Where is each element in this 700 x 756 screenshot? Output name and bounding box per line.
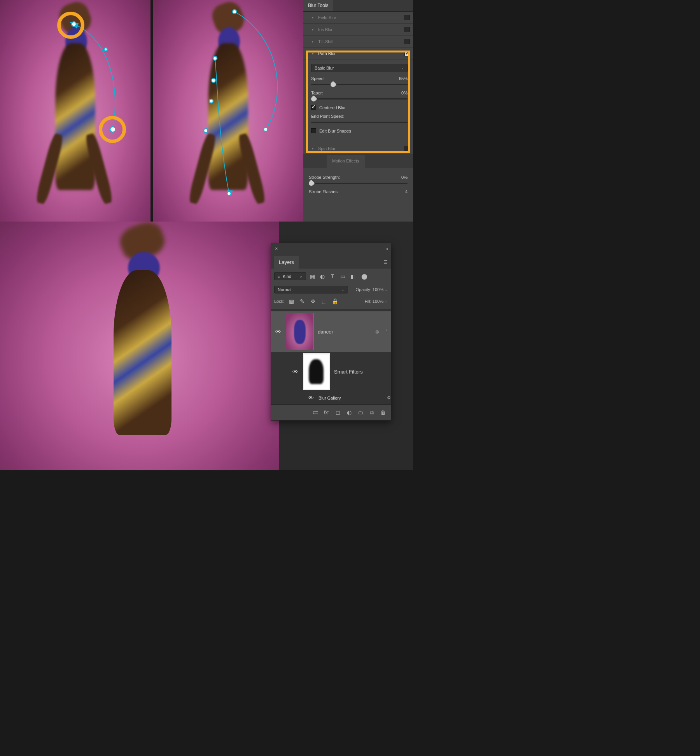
- lock-paint-icon[interactable]: ✎: [298, 297, 306, 305]
- layer-filter-kind-select[interactable]: ⌕ Kind ⌄: [274, 272, 306, 280]
- speed-label: Speed:: [311, 76, 325, 81]
- fill-value[interactable]: 100%: [373, 299, 383, 304]
- canvas-result[interactable]: [0, 222, 279, 470]
- edit-blur-shapes-label: Edit Blur Shapes: [319, 129, 351, 133]
- close-icon[interactable]: ×: [275, 246, 278, 251]
- svg-point-1: [110, 127, 116, 132]
- svg-point-9: [204, 129, 208, 133]
- layer-name[interactable]: dancer: [318, 329, 333, 335]
- visibility-eye-icon[interactable]: 👁: [274, 328, 282, 335]
- blur-gallery-label: Blur Gallery: [318, 396, 341, 400]
- visibility-eye-icon[interactable]: 👁: [291, 368, 299, 375]
- layer-fx-icon[interactable]: fx˅: [323, 409, 331, 416]
- taper-value: 0%: [401, 91, 408, 95]
- layer-dancer[interactable]: 👁 dancer ◎ ˄: [271, 311, 391, 352]
- tab-blur-tools[interactable]: Blur Tools: [303, 0, 333, 11]
- taper-slider[interactable]: [311, 98, 408, 100]
- path-blur-curves-2[interactable]: [153, 0, 303, 222]
- svg-point-3: [72, 22, 76, 26]
- chevron-right-icon: [312, 16, 315, 19]
- filter-blur-gallery-row[interactable]: 👁 Blur Gallery ⚙: [271, 391, 391, 403]
- panel-menu-icon[interactable]: ☰: [384, 260, 388, 265]
- chevron-up-icon[interactable]: ˄: [385, 329, 388, 334]
- smart-filters-label: Smart Filters: [334, 369, 363, 375]
- chevron-down-icon[interactable]: ⌄: [385, 299, 388, 303]
- blend-mode-value: Normal: [278, 287, 291, 292]
- slider-thumb[interactable]: [308, 180, 315, 187]
- new-group-icon[interactable]: 🗀: [357, 409, 364, 416]
- svg-point-5: [264, 127, 268, 131]
- svg-point-8: [209, 99, 213, 103]
- filter-pixel-icon[interactable]: ▦: [308, 272, 316, 280]
- path-blur-curve-1[interactable]: [0, 0, 150, 222]
- label: Spin Blur: [318, 146, 336, 151]
- label: Tilt-Shift: [318, 39, 334, 44]
- layers-panel: × ‹‹ Layers ☰ ⌕ Kind ⌄ ▦ ◐ T ▭ ◧ ⬤ Norma…: [271, 243, 391, 421]
- lock-artboard-icon[interactable]: ⬚: [320, 297, 328, 305]
- filter-shape-icon[interactable]: ▭: [339, 272, 346, 280]
- new-layer-icon[interactable]: ⧉: [368, 409, 376, 416]
- lock-position-icon[interactable]: ✥: [309, 297, 317, 305]
- endpoint-speed-slider: [311, 122, 408, 123]
- label: Iris Blur: [318, 27, 332, 32]
- slider-thumb[interactable]: [310, 95, 317, 102]
- strobe-flashes-label: Strobe Flashes:: [309, 189, 339, 194]
- chevron-down-icon: [312, 52, 315, 56]
- chevron-down-icon: ⌄: [341, 288, 345, 292]
- enable-checkbox[interactable]: [404, 146, 410, 151]
- blend-mode-select[interactable]: Normal ⌄: [274, 286, 348, 293]
- blur-mode-select[interactable]: Basic Blur ⌄: [311, 64, 408, 72]
- speed-value: 65%: [399, 76, 408, 81]
- opacity-value[interactable]: 100%: [373, 287, 383, 292]
- tab-layers[interactable]: Layers: [274, 256, 299, 269]
- add-mask-icon[interactable]: ◻: [334, 409, 342, 416]
- blur-item-tilt-shift[interactable]: Tilt-Shift: [303, 36, 413, 48]
- enable-checkbox[interactable]: [404, 27, 410, 32]
- taper-label: Taper:: [311, 91, 323, 95]
- chevron-right-icon: [312, 28, 315, 31]
- chevron-right-icon: [312, 147, 315, 150]
- blur-item-field-blur[interactable]: Field Blur: [303, 12, 413, 24]
- slider-thumb[interactable]: [329, 81, 336, 88]
- strobe-strength-label: Strobe Strength:: [309, 175, 340, 180]
- tab-motion-effects[interactable]: Motion Effects: [327, 155, 365, 168]
- blur-item-spin-blur[interactable]: Spin Blur: [303, 143, 413, 155]
- collapse-icon[interactable]: ‹‹: [386, 246, 387, 251]
- centered-blur-label: Centered Blur: [319, 105, 346, 110]
- edit-blur-shapes-checkbox-row[interactable]: Edit Blur Shapes: [311, 128, 408, 133]
- opacity-label: Opacity:: [356, 287, 371, 292]
- smart-filter-ring-icon[interactable]: ◎: [375, 329, 379, 334]
- checkbox-icon[interactable]: [311, 128, 316, 133]
- canvas-left[interactable]: [0, 0, 150, 222]
- svg-point-4: [233, 10, 236, 14]
- centered-blur-checkbox-row[interactable]: Centered Blur: [311, 105, 408, 110]
- smart-filters-mask-thumbnail[interactable]: [303, 353, 330, 390]
- delete-layer-icon[interactable]: 🗑: [379, 409, 387, 416]
- filter-smartobject-icon[interactable]: ◧: [349, 272, 357, 280]
- strobe-strength-slider[interactable]: [309, 183, 408, 184]
- lock-transparency-icon[interactable]: ▩: [287, 297, 295, 305]
- svg-point-0: [104, 48, 107, 51]
- blur-item-iris-blur[interactable]: Iris Blur: [303, 24, 413, 36]
- filter-toggle-icon[interactable]: ⬤: [359, 272, 367, 280]
- canvas-right[interactable]: [153, 0, 303, 222]
- enable-checkbox[interactable]: [404, 15, 410, 20]
- layer-thumbnail[interactable]: [286, 313, 314, 350]
- blur-item-path-blur[interactable]: Path Blur: [303, 48, 413, 60]
- svg-point-11: [227, 192, 231, 196]
- strobe-flashes-value: 4: [405, 189, 408, 194]
- filter-type-icon[interactable]: T: [329, 272, 336, 280]
- visibility-eye-icon[interactable]: 👁: [307, 395, 315, 401]
- filter-options-icon[interactable]: ⚙: [387, 395, 391, 400]
- speed-slider[interactable]: [311, 84, 408, 85]
- filter-adjustment-icon[interactable]: ◐: [318, 272, 326, 280]
- checkbox-icon[interactable]: [311, 105, 316, 110]
- enable-checkbox[interactable]: [404, 51, 410, 56]
- link-layers-icon[interactable]: ⮂: [312, 409, 319, 416]
- enable-checkbox[interactable]: [404, 39, 410, 44]
- smart-filters-row[interactable]: 👁 Smart Filters: [271, 352, 391, 391]
- chevron-down-icon[interactable]: ⌄: [385, 288, 388, 292]
- kind-label: Kind: [283, 274, 291, 279]
- lock-all-icon[interactable]: 🔒: [331, 297, 339, 305]
- add-adjustment-icon[interactable]: ◐: [345, 409, 353, 416]
